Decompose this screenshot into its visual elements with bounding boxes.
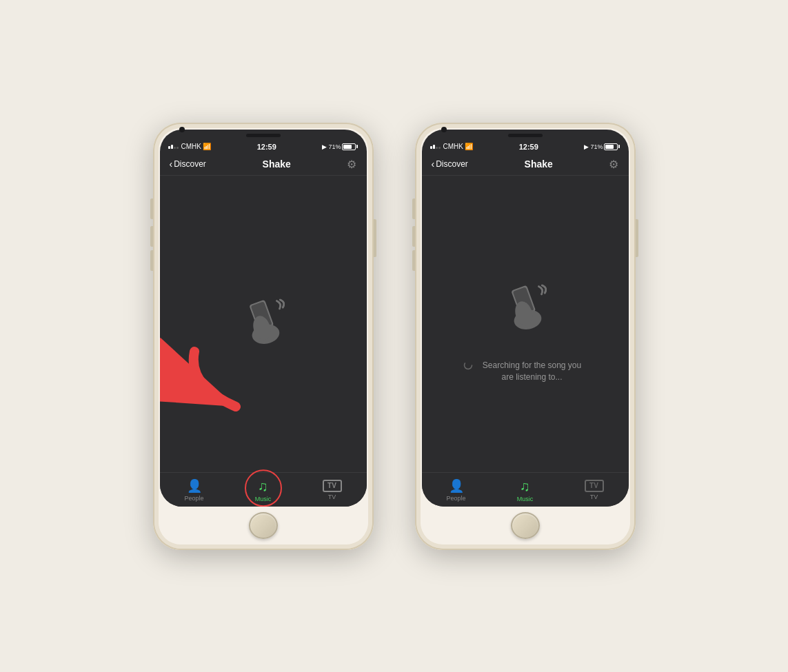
nav-bar-right: ‹ Discover Shake ⚙	[422, 154, 629, 176]
time-right: 12:59	[519, 143, 538, 151]
nav-title-left: Shake	[263, 159, 291, 170]
back-label-right: Discover	[436, 159, 468, 169]
tab-music-right[interactable]: ♫ Music	[498, 478, 553, 502]
status-bar-left: CMHK 📶 12:59 ▶ 71%	[160, 140, 367, 154]
battery-fill-right	[605, 145, 613, 149]
back-chevron-right: ‹	[432, 159, 435, 170]
screen-content-right: Searching for the song you are listening…	[422, 176, 629, 472]
nav-title-right: Shake	[525, 159, 553, 170]
home-button-right[interactable]	[511, 512, 540, 539]
speaker-left	[246, 134, 281, 137]
tab-label-people-left: People	[184, 495, 203, 502]
tab-bar-left: 👤 People ♫ Music TV TV	[160, 472, 367, 507]
status-bar-right: CMHK 📶 12:59 ▶ 71%	[422, 140, 629, 154]
tab-music-left[interactable]: ♫ Music	[236, 478, 291, 502]
music-icon-right: ♫	[520, 478, 530, 494]
right-phone-inner: CMHK 📶 12:59 ▶ 71% ‹ Discover Sh	[422, 130, 629, 507]
battery-tip-left	[356, 145, 358, 148]
battery-left	[342, 143, 358, 150]
red-arrow-left	[174, 345, 263, 420]
battery-pct-left: 71%	[328, 143, 341, 150]
tv-icon-left: TV	[323, 480, 342, 492]
right-phone: CMHK 📶 12:59 ▶ 71% ‹ Discover Sh	[415, 123, 636, 550]
left-phone-inner: CMHK 📶 12:59 ▶ 71% ‹ Discover Sh	[160, 130, 367, 507]
battery-pct-right: 71%	[590, 143, 603, 150]
carrier-right: CMHK 📶	[430, 143, 473, 150]
tab-label-tv-right: TV	[590, 493, 598, 500]
person-icon-left: 👤	[187, 478, 202, 493]
tab-label-music-left: Music	[255, 496, 272, 502]
location-icon-right: ▶	[584, 143, 589, 150]
tab-tv-left[interactable]: TV TV	[305, 480, 360, 500]
search-status-right: Searching for the song you are listening…	[463, 360, 587, 383]
carrier-left: CMHK 📶	[168, 143, 211, 150]
back-button-right[interactable]: ‹ Discover	[432, 159, 468, 170]
wifi-icon-right: 📶	[465, 143, 473, 150]
tab-label-people-right: People	[446, 495, 465, 502]
screen-content-left	[160, 176, 367, 472]
shake-icon-right	[484, 265, 567, 347]
spinner-icon-right	[463, 360, 473, 370]
location-icon-left: ▶	[322, 143, 327, 150]
tab-tv-right[interactable]: TV TV	[567, 480, 622, 500]
tab-label-tv-left: TV	[328, 493, 336, 500]
tab-label-music-right: Music	[517, 496, 534, 502]
back-chevron-left: ‹	[170, 159, 173, 170]
status-right-right: ▶ 71%	[584, 143, 620, 150]
back-button-left[interactable]: ‹ Discover	[170, 159, 206, 170]
wifi-icon-left: 📶	[203, 143, 211, 150]
person-icon-right: 👤	[449, 478, 464, 493]
back-label-left: Discover	[174, 159, 206, 169]
nav-bar-left: ‹ Discover Shake ⚙	[160, 154, 367, 176]
top-speaker-area-right	[422, 130, 629, 140]
search-text-label-right: Searching for the song you are listening…	[477, 360, 587, 383]
top-speaker-area-left	[160, 130, 367, 140]
battery-fill-left	[343, 145, 351, 149]
music-icon-left: ♫	[258, 478, 268, 494]
home-button-left[interactable]	[249, 512, 278, 539]
gear-button-left[interactable]: ⚙	[347, 158, 356, 171]
carrier-name-right: CMHK	[443, 143, 463, 150]
battery-tip-right	[618, 145, 620, 148]
carrier-name-left: CMHK	[181, 143, 201, 150]
svg-point-9	[464, 361, 472, 369]
signal-left	[168, 145, 179, 149]
signal-right	[430, 145, 441, 149]
tab-bar-right: 👤 People ♫ Music TV TV	[422, 472, 629, 507]
battery-body-right	[604, 143, 618, 150]
tv-icon-right: TV	[585, 480, 604, 492]
status-right-left: ▶ 71%	[322, 143, 358, 150]
gear-button-right[interactable]: ⚙	[609, 158, 618, 171]
battery-right	[604, 143, 620, 150]
time-left: 12:59	[257, 143, 276, 151]
left-phone: CMHK 📶 12:59 ▶ 71% ‹ Discover Sh	[153, 123, 374, 550]
tab-people-right[interactable]: 👤 People	[429, 478, 484, 502]
tab-people-left[interactable]: 👤 People	[167, 478, 222, 502]
speaker-right	[508, 134, 543, 137]
battery-body-left	[342, 143, 356, 150]
